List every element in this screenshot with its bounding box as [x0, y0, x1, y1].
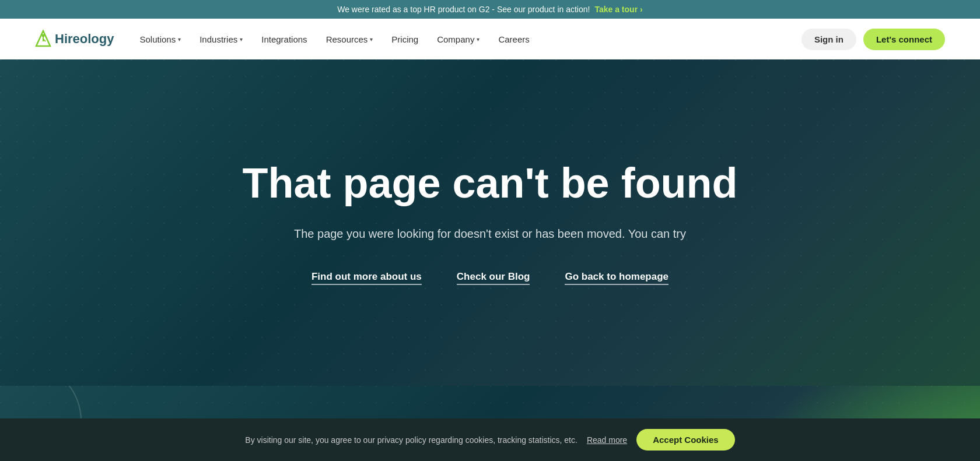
nav-item-careers[interactable]: Careers: [490, 30, 537, 49]
cookie-banner: By visiting our site, you agree to our p…: [0, 418, 980, 461]
logo-text: Hireology: [55, 31, 114, 47]
nav-item-industries[interactable]: Industries ▾: [191, 30, 251, 49]
blog-link[interactable]: Check our Blog: [457, 271, 530, 285]
take-tour-arrow: ›: [640, 5, 643, 14]
connect-button[interactable]: Let's connect: [863, 29, 945, 50]
signin-button[interactable]: Sign in: [802, 29, 856, 50]
nav-resources-label: Resources: [326, 34, 368, 44]
hero-subtitle: The page you were looking for doesn't ex…: [242, 224, 737, 243]
hero-links: Find out more about us Check our Blog Go…: [242, 271, 737, 285]
about-link[interactable]: Find out more about us: [312, 271, 422, 285]
nav-item-pricing[interactable]: Pricing: [383, 30, 426, 49]
nav-item-resources[interactable]: Resources ▾: [318, 30, 382, 49]
nav-actions: Sign in Let's connect: [802, 29, 945, 50]
take-tour-link[interactable]: Take a tour ›: [594, 5, 642, 14]
svg-point-1: [42, 34, 45, 37]
nav-item-company[interactable]: Company ▾: [429, 30, 488, 49]
chevron-down-icon: ▾: [240, 36, 243, 43]
hero-content: That page can't be found The page you we…: [230, 125, 749, 319]
chevron-down-icon: ▾: [370, 36, 373, 43]
logo-link[interactable]: Hireology: [35, 30, 114, 48]
announcement-bar: We were rated as a top HR product on G2 …: [0, 0, 980, 19]
nav-company-label: Company: [437, 34, 474, 44]
nav-solutions-label: Solutions: [139, 34, 176, 44]
accept-cookies-button[interactable]: Accept Cookies: [636, 429, 735, 451]
take-tour-label: Take a tour: [594, 5, 638, 14]
logo-icon: [35, 30, 51, 48]
nav-industries-label: Industries: [200, 34, 237, 44]
chevron-down-icon: ▾: [178, 36, 181, 43]
read-more-link[interactable]: Read more: [587, 435, 627, 445]
nav-integrations-label: Integrations: [261, 34, 307, 44]
nav-links: Solutions ▾ Industries ▾ Integrations Re…: [131, 30, 801, 49]
announcement-text: We were rated as a top HR product on G2 …: [337, 5, 590, 14]
homepage-link[interactable]: Go back to homepage: [565, 271, 668, 285]
nav-item-integrations[interactable]: Integrations: [253, 30, 315, 49]
nav-careers-label: Careers: [498, 34, 529, 44]
cookie-message: By visiting our site, you agree to our p…: [245, 435, 578, 445]
hero-section: That page can't be found The page you we…: [0, 59, 980, 386]
nav-item-solutions[interactable]: Solutions ▾: [131, 30, 189, 49]
main-nav: Hireology Solutions ▾ Industries ▾ Integ…: [0, 19, 980, 59]
nav-pricing-label: Pricing: [391, 34, 418, 44]
page-title: That page can't be found: [242, 160, 737, 206]
chevron-down-icon: ▾: [477, 36, 480, 43]
